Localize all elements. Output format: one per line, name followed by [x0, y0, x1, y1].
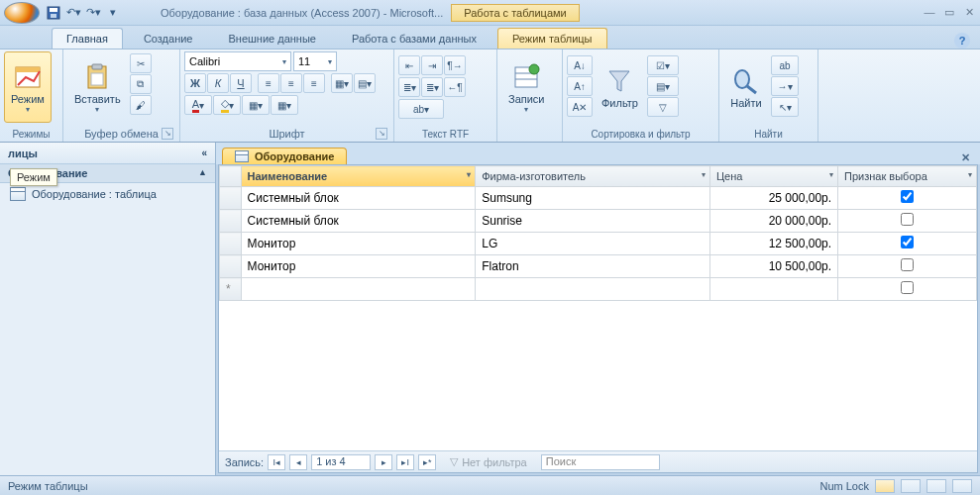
font-color-button[interactable]: A▾: [184, 95, 212, 115]
cell-price[interactable]: 20 000,00р.: [709, 210, 837, 233]
chevron-down-icon[interactable]: ▾: [467, 170, 471, 179]
chevron-down-icon[interactable]: ▾: [702, 170, 706, 179]
cell-price[interactable]: 12 500,00р.: [709, 233, 837, 255]
rtl-button[interactable]: ←¶: [444, 77, 466, 97]
goto-button[interactable]: →▾: [771, 76, 799, 96]
pivot-chart-view-button[interactable]: [952, 479, 972, 493]
chevron-down-icon[interactable]: ▾: [968, 170, 972, 179]
undo-icon[interactable]: ↶▾: [65, 5, 81, 21]
nav-header[interactable]: лицы «: [0, 143, 215, 164]
first-record-button[interactable]: I◂: [268, 454, 285, 470]
cell-name[interactable]: Монитор: [241, 233, 476, 255]
cell-flag[interactable]: [838, 233, 977, 255]
advanced-filter-button[interactable]: ▤▾: [647, 76, 679, 96]
next-record-button[interactable]: ▸: [375, 454, 392, 470]
shading-button[interactable]: ▦▾: [271, 95, 298, 115]
table-row[interactable]: Монитор Flatron 10 500,00р.: [220, 255, 977, 278]
dialog-launcher-icon[interactable]: ↘: [376, 128, 387, 140]
underline-button[interactable]: Ч: [230, 73, 252, 93]
view-button[interactable]: Режим ▾: [4, 51, 52, 123]
cell-name[interactable]: Системный блок: [241, 210, 476, 233]
nav-item-table[interactable]: Оборудование : таблица: [0, 183, 215, 205]
qat-customize-icon[interactable]: ▾: [105, 5, 121, 21]
row-header[interactable]: [220, 233, 242, 255]
cell-firm[interactable]: Sumsung: [476, 187, 710, 210]
document-tab[interactable]: Оборудование: [222, 148, 347, 164]
table-row[interactable]: Системный блок Sunrise 20 000,00р.: [220, 210, 977, 233]
column-header-firm[interactable]: Фирма-изготовитель▾: [476, 166, 710, 187]
close-icon[interactable]: ✕: [962, 6, 976, 19]
row-header[interactable]: [220, 255, 242, 278]
cell-firm[interactable]: Sunrise: [476, 210, 710, 233]
table-row[interactable]: Системный блок Sumsung 25 000,00р.: [220, 187, 977, 210]
decrease-indent-button[interactable]: ⇤: [398, 55, 420, 75]
find-button[interactable]: Найти: [723, 51, 769, 123]
sort-asc-button[interactable]: A↓: [567, 55, 593, 75]
new-record-row[interactable]: *: [220, 278, 977, 301]
last-record-button[interactable]: ▸I: [396, 454, 414, 470]
minimize-icon[interactable]: —: [923, 6, 936, 19]
cell-firm[interactable]: Flatron: [476, 255, 710, 278]
row-header[interactable]: [220, 187, 242, 210]
save-icon[interactable]: [46, 5, 61, 21]
tab-database-tools[interactable]: Работа с базами данных: [337, 28, 491, 49]
search-input[interactable]: Поиск: [541, 454, 660, 470]
paste-button[interactable]: Вставить ▾: [67, 51, 128, 123]
ltr-button[interactable]: ¶→: [444, 55, 466, 75]
restore-icon[interactable]: ▭: [942, 6, 956, 19]
close-document-icon[interactable]: ✕: [957, 151, 974, 164]
flag-checkbox[interactable]: [901, 281, 914, 294]
cell-flag[interactable]: [838, 187, 977, 210]
row-header[interactable]: *: [220, 278, 242, 301]
sort-desc-button[interactable]: A↑: [567, 76, 593, 96]
toggle-filter-button[interactable]: ▽: [647, 97, 679, 117]
data-grid[interactable]: Наименование▾ Фирма-изготовитель▾ Цена▾ …: [219, 165, 977, 301]
select-all-cell[interactable]: [220, 166, 242, 187]
tab-create[interactable]: Создание: [129, 28, 208, 49]
gridlines-button[interactable]: ▦▾: [331, 73, 353, 93]
copy-button[interactable]: ⧉: [130, 74, 152, 94]
cell-price[interactable]: 25 000,00р.: [709, 187, 837, 210]
font-name-combo[interactable]: Calibri▾: [184, 51, 291, 71]
chevron-left-icon[interactable]: «: [201, 148, 207, 158]
selection-filter-button[interactable]: ☑▾: [647, 55, 679, 75]
bold-button[interactable]: Ж: [184, 73, 206, 93]
flag-checkbox[interactable]: [901, 213, 914, 226]
table-row[interactable]: Монитор LG 12 500,00р.: [220, 233, 977, 255]
alt-row-color-button[interactable]: ▤▾: [354, 73, 376, 93]
numbering-button[interactable]: ≣▾: [421, 77, 443, 97]
fill-color-button[interactable]: ◇▾: [213, 95, 241, 115]
font-size-combo[interactable]: 11▾: [293, 51, 337, 71]
record-position[interactable]: 1 из 4: [311, 454, 371, 470]
prev-record-button[interactable]: ◂: [289, 454, 307, 470]
cell-name[interactable]: Монитор: [241, 255, 476, 278]
pivot-table-view-button[interactable]: [926, 479, 946, 493]
bullets-button[interactable]: ≣▾: [398, 77, 420, 97]
design-view-button[interactable]: [901, 479, 921, 493]
align-right-button[interactable]: ≡: [303, 73, 325, 93]
chevron-down-icon[interactable]: ▾: [829, 170, 833, 179]
tab-external-data[interactable]: Внешние данные: [214, 28, 331, 49]
align-center-button[interactable]: ≡: [280, 73, 302, 93]
column-header-flag[interactable]: Признак выбора▾: [838, 166, 977, 187]
flag-checkbox[interactable]: [901, 190, 914, 203]
highlight-button[interactable]: ab▾: [398, 99, 444, 119]
office-button[interactable]: [4, 2, 40, 24]
increase-indent-button[interactable]: ⇥: [421, 55, 443, 75]
column-header-name[interactable]: Наименование▾: [241, 166, 476, 187]
italic-button[interactable]: К: [207, 73, 229, 93]
column-header-price[interactable]: Цена▾: [709, 166, 837, 187]
replace-button[interactable]: ab: [771, 55, 799, 75]
cell-firm[interactable]: LG: [476, 233, 710, 255]
row-header[interactable]: [220, 210, 242, 233]
align-left-button[interactable]: ≡: [258, 73, 279, 93]
cut-button[interactable]: ✂: [130, 53, 152, 73]
flag-checkbox[interactable]: [901, 258, 914, 271]
cell-flag[interactable]: [838, 210, 977, 233]
tab-table-mode[interactable]: Режим таблицы: [497, 28, 607, 49]
cell-price[interactable]: 10 500,00р.: [709, 255, 837, 278]
select-button[interactable]: ↖▾: [771, 97, 799, 117]
format-painter-button[interactable]: 🖌: [130, 95, 152, 115]
new-record-button[interactable]: ▸*: [418, 454, 436, 470]
clear-sort-button[interactable]: A✕: [567, 97, 593, 117]
